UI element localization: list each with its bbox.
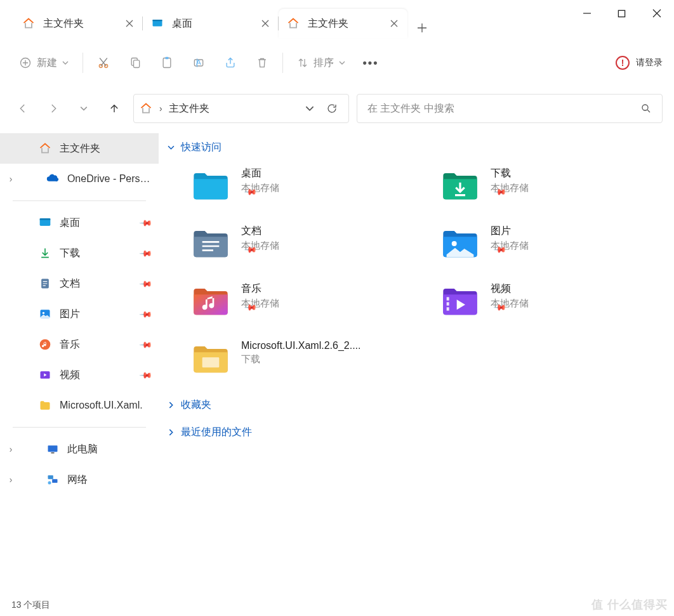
sidebar-item-label: 网络 — [67, 473, 88, 487]
home-icon — [22, 16, 36, 30]
new-label: 新建 — [37, 56, 57, 70]
search-icon[interactable] — [640, 103, 652, 114]
dots-icon: ••• — [363, 56, 379, 70]
close-window-button[interactable] — [639, 0, 674, 27]
tile-music[interactable]: 音乐本地存储📌 — [188, 279, 418, 325]
tile-sub: 下载 — [241, 353, 361, 365]
chevron-down-icon[interactable] — [305, 104, 314, 113]
svg-rect-8 — [163, 58, 171, 68]
forward-button[interactable] — [42, 97, 65, 120]
pin-icon: 📌 — [139, 216, 153, 230]
tab-label: 主文件夹 — [43, 17, 84, 30]
section-quick-access[interactable]: 快速访问 — [165, 141, 668, 154]
sidebar-item-pictures[interactable]: 图片📌 — [0, 299, 159, 329]
titlebar: 主文件夹 桌面 主文件夹 — [0, 0, 674, 38]
sidebar-item-xaml[interactable]: Microsoft.UI.Xaml. — [0, 390, 159, 421]
tile-video[interactable]: 视频本地存储📌 — [437, 279, 668, 325]
sidebar-item-downloads[interactable]: 下载📌 — [0, 238, 159, 268]
svg-point-17 — [43, 312, 44, 314]
tile-desktop[interactable]: 桌面本地存储📌 — [188, 163, 418, 209]
recent-dropdown[interactable] — [72, 97, 95, 120]
tile-documents[interactable]: 文档本地存储📌 — [188, 221, 418, 267]
svg-rect-27 — [447, 302, 449, 305]
tab-desktop[interactable]: 桌面 — [143, 9, 279, 38]
login-button[interactable]: ! 请登录 — [616, 56, 663, 70]
network-icon — [46, 473, 60, 487]
tile-name: Microsoft.UI.Xaml.2.6_2.... — [241, 340, 361, 351]
sidebar-item-label: 下载 — [60, 247, 80, 260]
search-input[interactable] — [367, 103, 640, 114]
tile-downloads[interactable]: 下载本地存储📌 — [437, 163, 668, 209]
tab-home-1[interactable]: 主文件夹 — [14, 9, 143, 38]
login-label: 请登录 — [636, 57, 663, 69]
close-icon[interactable] — [125, 19, 134, 28]
svg-rect-1 — [153, 20, 162, 21]
pin-icon: 📌 — [139, 246, 153, 260]
watermark: 值 什么值得买 — [591, 597, 668, 612]
sidebar-item-desktop[interactable]: 桌面📌 — [0, 207, 159, 238]
sidebar-item-onedrive[interactable]: › OneDrive - Person — [0, 164, 159, 194]
sidebar: 主文件夹 › OneDrive - Person 桌面📌 下载📌 文档📌 图片📌… — [0, 129, 159, 594]
sidebar-item-label: Microsoft.UI.Xaml. — [60, 400, 143, 411]
sort-button[interactable]: 排序 — [289, 49, 353, 77]
sidebar-item-music[interactable]: 音乐📌 — [0, 329, 159, 360]
svg-point-12 — [642, 105, 648, 110]
body: 主文件夹 › OneDrive - Person 桌面📌 下载📌 文档📌 图片📌… — [0, 129, 674, 594]
chevron-right-icon — [168, 402, 175, 409]
new-button[interactable]: 新建 — [11, 49, 76, 77]
breadcrumb-label[interactable]: 主文件夹 — [169, 102, 209, 115]
delete-button[interactable] — [248, 49, 276, 77]
sidebar-item-video[interactable]: 视频📌 — [0, 360, 159, 390]
new-tab-button[interactable] — [407, 18, 437, 38]
share-button[interactable] — [216, 49, 244, 77]
address-bar[interactable]: › 主文件夹 — [133, 94, 349, 123]
sidebar-item-label: 文档 — [60, 277, 80, 291]
paste-button[interactable] — [153, 49, 181, 77]
pin-icon: 📌 — [139, 368, 153, 382]
nav-row: › 主文件夹 — [0, 88, 674, 129]
maximize-button[interactable] — [604, 0, 639, 27]
close-icon[interactable] — [261, 19, 270, 28]
copy-button[interactable] — [121, 49, 149, 77]
rename-button[interactable]: A — [185, 49, 213, 77]
sort-icon — [297, 57, 308, 69]
sidebar-item-label: 主文件夹 — [60, 142, 100, 155]
sidebar-item-network[interactable]: ›网络 — [0, 464, 159, 495]
close-icon[interactable] — [390, 19, 399, 28]
tile-name: 音乐 — [241, 282, 279, 296]
tile-name: 视频 — [491, 282, 529, 296]
up-button[interactable] — [103, 97, 126, 120]
sidebar-item-label: 视频 — [60, 369, 80, 382]
music-icon — [38, 337, 52, 351]
chevron-right-icon[interactable]: › — [5, 174, 17, 184]
cut-button[interactable] — [89, 49, 117, 77]
pin-icon: 📌 — [139, 337, 153, 351]
sidebar-item-label: 图片 — [60, 308, 80, 321]
section-label: 收藏夹 — [181, 398, 211, 412]
pin-icon: 📌 — [139, 307, 153, 321]
sidebar-item-documents[interactable]: 文档📌 — [0, 268, 159, 299]
sidebar-item-pc[interactable]: ›此电脑 — [0, 434, 159, 464]
sidebar-item-home[interactable]: 主文件夹 — [0, 133, 159, 164]
tile-name: 文档 — [241, 225, 279, 238]
pin-icon: 📌 — [139, 277, 153, 291]
folder-icon — [38, 398, 52, 412]
section-favorites[interactable]: 收藏夹 — [165, 398, 668, 412]
documents-icon — [38, 277, 52, 291]
chevron-right-icon[interactable]: › — [5, 444, 17, 454]
chevron-right-icon[interactable]: › — [5, 475, 17, 485]
section-recent[interactable]: 最近使用的文件 — [165, 426, 668, 439]
svg-point-25 — [452, 241, 457, 246]
plus-circle-icon — [19, 56, 32, 69]
back-button[interactable] — [11, 97, 34, 120]
tile-pictures[interactable]: 图片本地存储📌 — [437, 221, 668, 267]
refresh-button[interactable] — [320, 97, 343, 120]
tab-label: 主文件夹 — [308, 17, 348, 30]
more-button[interactable]: ••• — [357, 49, 385, 77]
tile-xaml[interactable]: Microsoft.UI.Xaml.2.6_2....下载 — [188, 336, 418, 382]
home-icon — [139, 102, 153, 115]
tab-home-2[interactable]: 主文件夹 — [279, 9, 407, 38]
home-icon — [38, 141, 52, 155]
search-bar[interactable] — [357, 94, 663, 123]
minimize-button[interactable] — [569, 0, 604, 27]
